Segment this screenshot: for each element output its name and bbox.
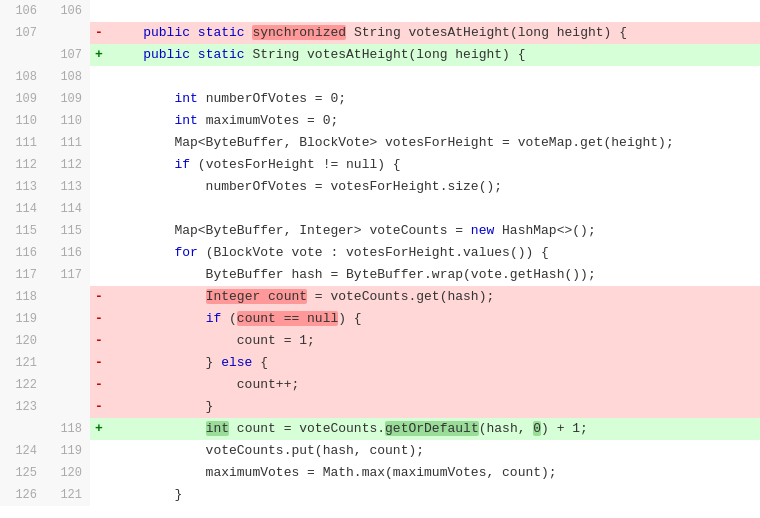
diff-marker: - xyxy=(90,330,108,352)
code-line: 119- if (count == null) { xyxy=(0,308,760,330)
old-line-number: 115 xyxy=(0,220,45,242)
new-line-number xyxy=(45,352,90,374)
old-line-number: 116 xyxy=(0,242,45,264)
line-content: if (votesForHeight != null) { xyxy=(108,154,760,176)
diff-marker xyxy=(90,154,108,176)
old-line-number: 119 xyxy=(0,308,45,330)
code-diff-view: 106106107- public static synchronized St… xyxy=(0,0,760,518)
old-line-number: 122 xyxy=(0,374,45,396)
old-line-number: 109 xyxy=(0,88,45,110)
old-line-number: 121 xyxy=(0,352,45,374)
code-line: 113113 numberOfVotes = votesForHeight.si… xyxy=(0,176,760,198)
code-line: 126121 } xyxy=(0,484,760,506)
diff-marker: - xyxy=(90,308,108,330)
line-content: voteCounts.put(hash, count); xyxy=(108,440,760,462)
new-line-number: 106 xyxy=(45,0,90,22)
new-line-number: 120 xyxy=(45,462,90,484)
code-line: 123- } xyxy=(0,396,760,418)
old-line-number: 125 xyxy=(0,462,45,484)
old-line-number: 126 xyxy=(0,484,45,506)
line-content: count++; xyxy=(108,374,760,396)
code-line: 114114 xyxy=(0,198,760,220)
line-content: } xyxy=(108,484,760,506)
line-content: } xyxy=(108,396,760,418)
code-line: 110110 int maximumVotes = 0; xyxy=(0,110,760,132)
new-line-number: 116 xyxy=(45,242,90,264)
old-line-number: 110 xyxy=(0,110,45,132)
new-line-number: 108 xyxy=(45,66,90,88)
old-line-number: 114 xyxy=(0,198,45,220)
diff-marker xyxy=(90,198,108,220)
line-content: if (count == null) { xyxy=(108,308,760,330)
new-line-number: 118 xyxy=(45,418,90,440)
diff-marker: - xyxy=(90,352,108,374)
old-line-number xyxy=(0,418,45,440)
new-line-number xyxy=(45,330,90,352)
code-line: 115115 Map<ByteBuffer, Integer> voteCoun… xyxy=(0,220,760,242)
line-content: public static String votesAtHeight(long … xyxy=(108,44,760,66)
line-content xyxy=(108,198,760,220)
code-line: 107- public static synchronized String v… xyxy=(0,22,760,44)
old-line-number: 124 xyxy=(0,440,45,462)
new-line-number xyxy=(45,22,90,44)
diff-marker xyxy=(90,242,108,264)
new-line-number xyxy=(45,374,90,396)
old-line-number: 112 xyxy=(0,154,45,176)
line-content: count = 1; xyxy=(108,330,760,352)
code-line: 118+ int count = voteCounts.getOrDefault… xyxy=(0,418,760,440)
diff-marker: - xyxy=(90,22,108,44)
new-line-number: 119 xyxy=(45,440,90,462)
line-content: Map<ByteBuffer, BlockVote> votesForHeigh… xyxy=(108,132,760,154)
old-line-number xyxy=(0,44,45,66)
diff-marker xyxy=(90,132,108,154)
new-line-number: 115 xyxy=(45,220,90,242)
diff-marker: + xyxy=(90,418,108,440)
new-line-number: 112 xyxy=(45,154,90,176)
diff-marker: - xyxy=(90,286,108,308)
code-line: 108108 xyxy=(0,66,760,88)
line-content: numberOfVotes = votesForHeight.size(); xyxy=(108,176,760,198)
old-line-number: 118 xyxy=(0,286,45,308)
line-content: int count = voteCounts.getOrDefault(hash… xyxy=(108,418,760,440)
line-content: Map<ByteBuffer, Integer> voteCounts = ne… xyxy=(108,220,760,242)
old-line-number: 106 xyxy=(0,0,45,22)
line-content: maximumVotes = Math.max(maximumVotes, co… xyxy=(108,462,760,484)
line-content: } else { xyxy=(108,352,760,374)
new-line-number: 113 xyxy=(45,176,90,198)
new-line-number: 111 xyxy=(45,132,90,154)
new-line-number: 109 xyxy=(45,88,90,110)
line-content: public static synchronized String votesA… xyxy=(108,22,760,44)
new-line-number: 110 xyxy=(45,110,90,132)
diff-marker xyxy=(90,88,108,110)
line-content: Integer count = voteCounts.get(hash); xyxy=(108,286,760,308)
diff-marker xyxy=(90,66,108,88)
diff-marker: + xyxy=(90,44,108,66)
code-line: 124119 voteCounts.put(hash, count); xyxy=(0,440,760,462)
new-line-number: 121 xyxy=(45,484,90,506)
new-line-number: 107 xyxy=(45,44,90,66)
line-content: int maximumVotes = 0; xyxy=(108,110,760,132)
old-line-number: 107 xyxy=(0,22,45,44)
new-line-number xyxy=(45,396,90,418)
code-line: 109109 int numberOfVotes = 0; xyxy=(0,88,760,110)
diff-marker xyxy=(90,0,108,22)
diff-marker: - xyxy=(90,374,108,396)
code-line: 106106 xyxy=(0,0,760,22)
line-content xyxy=(108,66,760,88)
new-line-number: 114 xyxy=(45,198,90,220)
code-line: 111111 Map<ByteBuffer, BlockVote> votesF… xyxy=(0,132,760,154)
diff-marker xyxy=(90,462,108,484)
diff-marker xyxy=(90,176,108,198)
diff-marker xyxy=(90,264,108,286)
code-line: 117117 ByteBuffer hash = ByteBuffer.wrap… xyxy=(0,264,760,286)
old-line-number: 108 xyxy=(0,66,45,88)
new-line-number xyxy=(45,308,90,330)
diff-marker xyxy=(90,110,108,132)
code-line: 125120 maximumVotes = Math.max(maximumVo… xyxy=(0,462,760,484)
old-line-number: 120 xyxy=(0,330,45,352)
line-content xyxy=(108,0,760,22)
line-content: for (BlockVote vote : votesForHeight.val… xyxy=(108,242,760,264)
code-line: 116116 for (BlockVote vote : votesForHei… xyxy=(0,242,760,264)
diff-marker: - xyxy=(90,396,108,418)
diff-marker xyxy=(90,440,108,462)
